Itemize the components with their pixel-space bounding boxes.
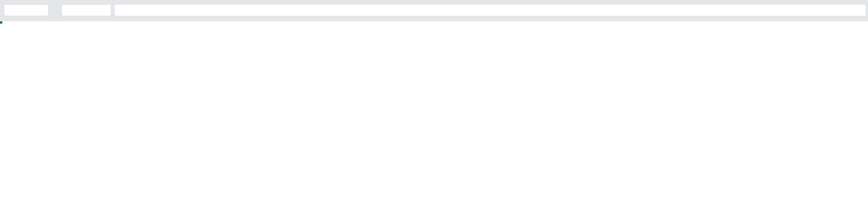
active-cell-outline	[0, 21, 2, 23]
fill-handle[interactable]	[0, 21, 3, 24]
spreadsheet-area	[0, 21, 868, 202]
formula-input[interactable]	[114, 4, 866, 16]
formula-action-group	[61, 4, 111, 16]
formula-bar	[0, 0, 868, 21]
name-box[interactable]	[4, 4, 49, 16]
name-box-input[interactable]	[4, 7, 41, 14]
